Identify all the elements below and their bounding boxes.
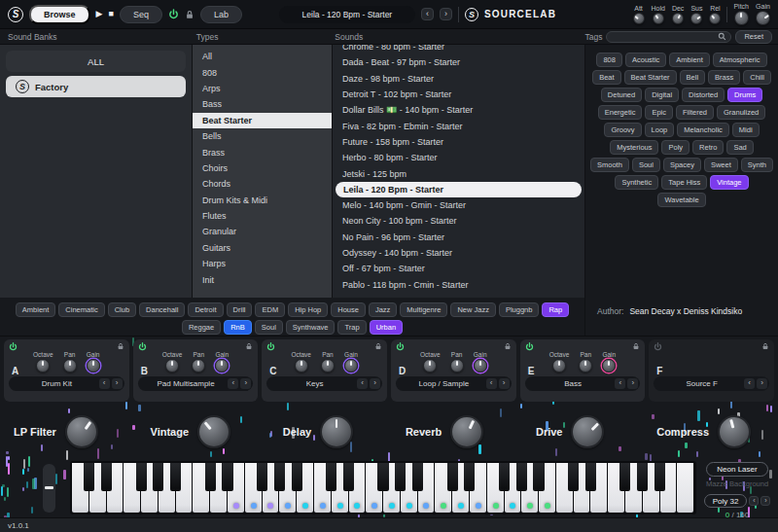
channel-power-icon[interactable]: [138, 342, 147, 351]
effect-knob[interactable]: [65, 415, 98, 448]
gain-knob[interactable]: [344, 359, 358, 372]
browse-button[interactable]: Browse: [29, 5, 90, 24]
sound-item[interactable]: Odyssey - 140 bpm - Starter: [333, 245, 584, 261]
type-item[interactable]: Bass: [193, 96, 332, 112]
tag-chip[interactable]: 808: [596, 53, 622, 67]
preset-next-button[interactable]: ›: [440, 8, 452, 20]
pitch-wheel[interactable]: [43, 464, 55, 513]
effect-knob[interactable]: [571, 415, 604, 448]
pan-knob[interactable]: [63, 359, 77, 372]
tag-chip[interactable]: Drums: [727, 88, 762, 102]
channel-prev-button[interactable]: ‹: [99, 378, 110, 389]
piano-key-black[interactable]: [619, 463, 630, 491]
piano-key-black[interactable]: [84, 463, 94, 491]
sound-bank-item[interactable]: ALL: [6, 51, 186, 72]
tag-chip[interactable]: Synthetic: [615, 175, 658, 190]
genre-chip[interactable]: Reggae: [182, 320, 221, 335]
piano-key-black[interactable]: [464, 463, 475, 491]
master-knob[interactable]: [734, 11, 749, 25]
poly-next-button[interactable]: ›: [760, 496, 770, 506]
pan-knob[interactable]: [450, 359, 464, 372]
pan-knob[interactable]: [579, 359, 592, 372]
octave-knob[interactable]: [295, 359, 308, 372]
type-item[interactable]: Choirs: [193, 160, 332, 176]
piano-key-black[interactable]: [533, 463, 544, 491]
genre-chip[interactable]: New Jazz: [450, 302, 496, 317]
type-item[interactable]: Harps: [193, 256, 332, 271]
envelope-knob[interactable]: [633, 13, 645, 24]
tag-chip[interactable]: Soul: [632, 158, 660, 172]
poly-prev-button[interactable]: ‹: [749, 496, 759, 506]
master-knob[interactable]: [756, 11, 770, 25]
sound-item[interactable]: No Pain - 96 bpm - Starter: [333, 230, 584, 245]
genre-chip[interactable]: EDM: [255, 302, 285, 317]
tag-chip[interactable]: Retro: [692, 140, 724, 155]
channel-lock-icon[interactable]: [632, 342, 640, 351]
channel-next-button[interactable]: ›: [627, 378, 638, 389]
piano-key-black[interactable]: [170, 463, 181, 491]
effect-knob[interactable]: [450, 415, 483, 448]
channel-next-button[interactable]: ›: [240, 378, 251, 389]
octave-knob[interactable]: [165, 359, 179, 372]
gain-knob[interactable]: [215, 359, 229, 372]
genre-chip[interactable]: Detroit: [188, 302, 223, 317]
tag-chip[interactable]: Beat: [592, 70, 620, 85]
tag-chip[interactable]: Groovy: [604, 123, 641, 137]
channel-power-icon[interactable]: [525, 342, 534, 351]
lab-button[interactable]: Lab: [200, 6, 242, 23]
preset-prev-button[interactable]: ‹: [421, 8, 434, 20]
tag-chip[interactable]: Ambient: [669, 53, 710, 67]
channel-source-selector[interactable]: Drum Kit: [17, 379, 97, 388]
sound-item[interactable]: Leila - 120 Bpm - Starter: [336, 182, 582, 197]
play-icon[interactable]: ▶: [96, 10, 103, 18]
type-item[interactable]: All: [193, 49, 332, 64]
tag-chip[interactable]: Distorted: [682, 88, 725, 102]
sound-item[interactable]: Off - 67 bpm - Starter: [333, 261, 584, 276]
piano-key-black[interactable]: [585, 463, 596, 491]
genre-chip[interactable]: Trap: [337, 320, 366, 335]
tag-chip[interactable]: Granulized: [717, 105, 765, 120]
genre-chip[interactable]: Hip Hop: [288, 302, 328, 317]
envelope-knob[interactable]: [690, 13, 702, 24]
type-item[interactable]: Init: [193, 271, 332, 287]
tag-chip[interactable]: Melancholic: [677, 123, 729, 137]
sound-item[interactable]: Detroit T - 102 bpm - Starter: [333, 87, 584, 102]
type-item[interactable]: Granular: [193, 224, 332, 239]
channel-lock-icon[interactable]: [504, 342, 512, 351]
gain-knob[interactable]: [474, 359, 487, 372]
stop-icon[interactable]: ■: [108, 10, 113, 18]
sound-item[interactable]: Future - 158 bpm - Starter: [333, 134, 584, 150]
sound-bank-item[interactable]: S Factory: [6, 76, 186, 97]
tag-chip[interactable]: Detuned: [601, 88, 642, 102]
channel-source-selector[interactable]: Source F: [661, 379, 742, 388]
tag-chip[interactable]: Digital: [645, 88, 679, 102]
channel-prev-button[interactable]: ‹: [744, 378, 755, 389]
search-input[interactable]: [611, 32, 718, 41]
tag-chip[interactable]: Smooth: [590, 158, 629, 172]
piano-key-black[interactable]: [654, 463, 665, 491]
tag-chip[interactable]: Chill: [743, 70, 771, 85]
tag-chip[interactable]: Bell: [680, 70, 706, 85]
genre-chip[interactable]: Drill: [227, 302, 253, 317]
piano-key-black[interactable]: [395, 463, 406, 491]
envelope-knob[interactable]: [653, 13, 664, 24]
sound-item[interactable]: Herbo - 80 bpm - Starter: [333, 150, 584, 165]
type-item[interactable]: Bells: [193, 128, 332, 144]
octave-knob[interactable]: [552, 359, 566, 372]
genre-chip[interactable]: Synthwave: [286, 320, 336, 335]
gain-knob[interactable]: [602, 359, 616, 372]
envelope-knob[interactable]: [672, 13, 684, 24]
tag-chip[interactable]: Filtered: [676, 105, 714, 120]
effect-knob[interactable]: [320, 415, 353, 448]
tag-chip[interactable]: Atmospheric: [713, 53, 767, 67]
tag-chip[interactable]: Midi: [732, 123, 760, 137]
piano-key-black[interactable]: [257, 463, 267, 491]
piano-key-black[interactable]: [153, 463, 163, 491]
type-item[interactable]: Guitars: [193, 240, 332, 256]
channel-power-icon[interactable]: [9, 342, 18, 351]
piano-key-black[interactable]: [343, 463, 354, 491]
genre-chip[interactable]: RnB: [224, 320, 252, 335]
tag-chip[interactable]: Wavetable: [657, 193, 705, 207]
sound-item[interactable]: Neon City - 100 bpm - Starter: [333, 213, 584, 229]
genre-chip[interactable]: Urban: [370, 320, 403, 335]
